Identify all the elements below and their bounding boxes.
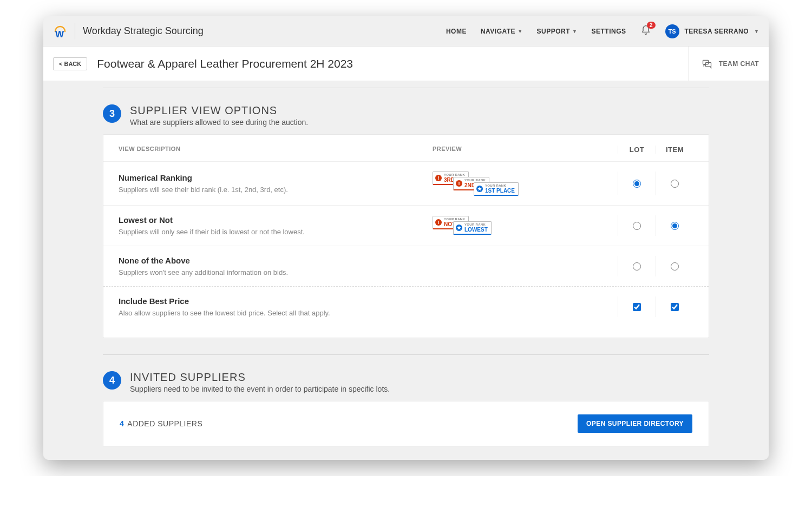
- avatar: TS: [665, 24, 679, 38]
- notification-badge: 2: [647, 22, 656, 29]
- radio-lot-none[interactable]: [633, 262, 641, 271]
- row-desc: Also allow suppliers to see the lowest b…: [119, 309, 433, 317]
- row-title: Lowest or Not: [119, 215, 433, 225]
- app-window: W Workday Strategic Sourcing HOME NAVIGA…: [43, 16, 769, 460]
- table-header: VIEW DESCRIPTION PREVIEW LOT ITEM: [103, 135, 709, 162]
- radio-item-lowest[interactable]: [671, 222, 679, 230]
- nav-settings-label: SETTINGS: [591, 28, 626, 35]
- team-chat-button[interactable]: TEAM CHAT: [688, 47, 759, 81]
- nav-navigate[interactable]: NAVIGATE▼: [481, 28, 523, 35]
- logo-area: W Workday Strategic Sourcing: [53, 23, 204, 39]
- chat-icon: [702, 58, 712, 69]
- table-row: Lowest or Not Suppliers will only see if…: [103, 206, 709, 246]
- radio-lot-lowest[interactable]: [633, 222, 641, 230]
- nav-home-label: HOME: [446, 28, 467, 35]
- brand-name: Workday Strategic Sourcing: [83, 25, 204, 37]
- section-4-title: INVITED SUPPLIERS: [130, 371, 390, 384]
- row-title: None of the Above: [119, 256, 433, 265]
- invited-suppliers-card: 4ADDED SUPPLIERS OPEN SUPPLIER DIRECTORY: [103, 401, 709, 446]
- chevron-down-icon: ▼: [754, 29, 759, 34]
- chevron-down-icon: ▼: [572, 29, 577, 34]
- workday-logo-icon: W: [53, 24, 67, 38]
- nav-support[interactable]: SUPPORT▼: [537, 28, 578, 35]
- checkbox-lot-bestprice[interactable]: [633, 303, 641, 311]
- subheader: < BACK Footwear & Apparel Leather Procur…: [43, 47, 769, 81]
- col-header-preview: PREVIEW: [433, 146, 618, 154]
- preview-lowest-or-not: !YOUR RANKNOT ★YOUR RANKLOWEST: [433, 216, 514, 235]
- section-3-title: SUPPLIER VIEW OPTIONS: [130, 104, 308, 117]
- open-supplier-directory-button[interactable]: OPEN SUPPLIER DIRECTORY: [578, 414, 692, 433]
- content-area: 3 SUPPLIER VIEW OPTIONS What are supplie…: [43, 81, 769, 460]
- nav-navigate-label: NAVIGATE: [481, 28, 515, 35]
- row-desc: Suppliers won't see any additional infor…: [119, 268, 433, 276]
- divider: [75, 23, 75, 39]
- col-header-item: ITEM: [656, 146, 693, 154]
- nav-links: HOME NAVIGATE▼ SUPPORT▼ SETTINGS 2 TS TE…: [446, 24, 759, 38]
- col-header-lot: LOT: [618, 146, 656, 154]
- added-count-label: ADDED SUPPLIERS: [127, 419, 202, 428]
- preview-numerical-ranking: !YOUR RANK3RD !YOUR RANK2ND ★YOUR RANK1S…: [433, 172, 530, 195]
- added-suppliers-count: 4ADDED SUPPLIERS: [120, 419, 202, 428]
- table-row: None of the Above Suppliers won't see an…: [103, 246, 709, 287]
- section-4-header: 4 INVITED SUPPLIERS Suppliers need to be…: [103, 371, 709, 393]
- row-desc: Suppliers will see their bid rank (i.e. …: [119, 186, 433, 194]
- row-title: Include Best Price: [119, 296, 433, 306]
- step-number-3: 3: [103, 104, 121, 123]
- section-3-header: 3 SUPPLIER VIEW OPTIONS What are supplie…: [103, 104, 709, 127]
- divider: [103, 354, 709, 355]
- section-3-subtitle: What are suppliers allowed to see during…: [130, 118, 308, 127]
- row-desc: Suppliers will only see if their bid is …: [119, 228, 433, 236]
- supplier-view-card: VIEW DESCRIPTION PREVIEW LOT ITEM Numeri…: [103, 134, 709, 338]
- nav-settings[interactable]: SETTINGS: [591, 28, 626, 35]
- added-count-number: 4: [120, 419, 124, 428]
- notifications-button[interactable]: 2: [640, 25, 651, 38]
- nav-home[interactable]: HOME: [446, 28, 467, 35]
- back-button[interactable]: < BACK: [53, 57, 87, 70]
- table-row: Numerical Ranking Suppliers will see the…: [103, 162, 709, 206]
- table-row: Include Best Price Also allow suppliers …: [103, 287, 709, 327]
- chevron-down-icon: ▼: [518, 29, 522, 34]
- nav-support-label: SUPPORT: [537, 28, 571, 35]
- top-nav: W Workday Strategic Sourcing HOME NAVIGA…: [43, 16, 769, 47]
- radio-item-none[interactable]: [671, 262, 679, 271]
- page-title: Footwear & Apparel Leather Procurement 2…: [97, 57, 353, 70]
- section-4-subtitle: Suppliers need to be invited to the even…: [130, 385, 390, 393]
- user-name: TERESA SERRANO: [685, 28, 749, 35]
- team-chat-label: TEAM CHAT: [719, 60, 759, 68]
- step-number-4: 4: [103, 371, 121, 390]
- svg-text:W: W: [55, 29, 64, 38]
- col-header-description: VIEW DESCRIPTION: [119, 146, 433, 154]
- user-menu[interactable]: TS TERESA SERRANO ▼: [665, 24, 759, 38]
- row-title: Numerical Ranking: [119, 173, 433, 182]
- checkbox-item-bestprice[interactable]: [671, 303, 679, 311]
- radio-item-numerical[interactable]: [671, 180, 679, 188]
- divider: [103, 88, 709, 88]
- radio-lot-numerical[interactable]: [633, 180, 641, 188]
